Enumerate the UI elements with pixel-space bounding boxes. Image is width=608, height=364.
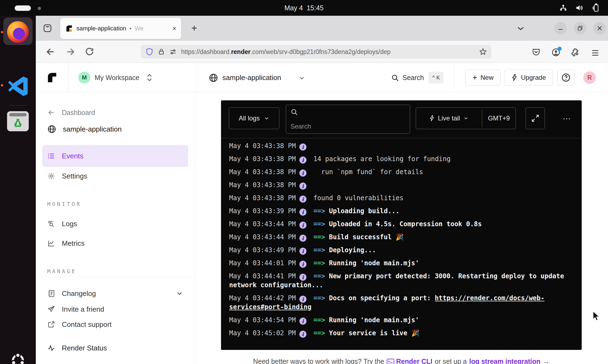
active-tab[interactable]: sample-application • We × (60, 18, 181, 39)
lightning-icon (511, 74, 518, 81)
url-bar[interactable]: https://dashboard.render.com/web/srv-d0b… (141, 45, 491, 59)
info-icon[interactable]: i (299, 261, 306, 268)
render-cli-link[interactable]: Render CLI (387, 357, 432, 364)
sidebar-service-name[interactable]: sample-application (36, 122, 195, 137)
help-button[interactable] (557, 70, 575, 85)
sidebar-item-invite-friend[interactable]: Invite a friend (36, 302, 195, 317)
log-row: May 4 03:44:42 PMi==>Docs on specifying … (229, 294, 575, 312)
info-icon[interactable]: i (299, 143, 306, 151)
search-shortcut-badge: ^ K (428, 72, 444, 84)
log-timestamp: May 4 03:43:38 PM (229, 194, 296, 202)
timezone-button[interactable]: GMT+9 (482, 108, 516, 129)
search-icon[interactable] (391, 74, 399, 82)
new-tab-button[interactable]: + (188, 22, 201, 35)
question-circle-icon (561, 73, 571, 82)
account-icon[interactable] (551, 48, 561, 57)
firefox-view-icon[interactable] (41, 22, 54, 34)
url-fade (442, 48, 475, 56)
workspace-switch-chevrons-icon[interactable] (145, 73, 153, 82)
log-stream-link[interactable]: log stream integration (469, 357, 540, 364)
live-tail-button[interactable]: Live tail (416, 108, 482, 129)
info-icon[interactable]: i (299, 183, 306, 190)
bookmark-star-icon[interactable] (479, 48, 487, 56)
render-logo[interactable] (36, 63, 68, 92)
sidebar-item-render-status[interactable]: Render Status (36, 340, 195, 356)
log-timestamp: May 4 03:44:42 PM (229, 294, 296, 302)
log-row: May 4 03:43:38 PMi14 packages are lookin… (229, 155, 575, 164)
log-timestamp: May 4 03:43:38 PM (229, 181, 296, 189)
sidebar-item-logs[interactable]: Logs (36, 216, 195, 231)
sidebar-item-settings[interactable]: Settings (36, 168, 195, 184)
info-icon[interactable]: i (299, 222, 306, 229)
workspace-avatar[interactable]: M (78, 72, 90, 84)
firefox-running-dot (1, 31, 3, 33)
plus-icon: + (472, 73, 477, 82)
sidebar-item-changelog[interactable]: Changelog (36, 286, 195, 301)
log-timestamp: May 4 03:43:49 PM (229, 246, 296, 254)
firefox-dock-icon[interactable] (5, 20, 30, 44)
log-overflow-menu[interactable]: ⋯ (555, 107, 579, 129)
arrow-right-icon: → (543, 357, 550, 364)
info-icon[interactable]: i (299, 318, 306, 325)
info-icon[interactable]: i (299, 296, 306, 303)
log-body[interactable]: May 4 03:43:38 PMi May 4 03:43:38 PMi14 … (221, 138, 582, 350)
info-icon[interactable]: i (299, 331, 306, 338)
info-icon[interactable]: i (299, 248, 306, 255)
log-message: found 0 vulnerabilities (313, 194, 404, 202)
url-prefix: https://dashboard. (181, 48, 231, 55)
url-text[interactable]: https://dashboard.render.com/web/srv-d0b… (181, 48, 475, 56)
restore-button[interactable] (574, 22, 586, 34)
forward-icon[interactable] (65, 47, 75, 57)
pocket-icon[interactable] (532, 48, 541, 57)
close-window-button[interactable] (593, 22, 606, 34)
trash-dock-icon[interactable] (7, 111, 29, 131)
recycle-icon (12, 118, 23, 128)
expand-logs-button[interactable] (526, 107, 545, 129)
extensions-puzzle-icon[interactable] (571, 48, 580, 57)
battery-charging-icon[interactable] (591, 3, 600, 12)
reload-icon[interactable] (85, 47, 94, 56)
log-search-input[interactable]: Search (286, 105, 410, 134)
network-icon[interactable] (559, 4, 567, 12)
workspace-name[interactable]: My Workspace (95, 63, 139, 92)
menu-hamburger-icon[interactable] (591, 48, 600, 58)
sidebar-item-metrics[interactable]: Metrics (36, 236, 195, 251)
upgrade-button[interactable]: Upgrade (504, 70, 553, 85)
user-avatar[interactable]: R (583, 71, 596, 84)
shield-icon[interactable] (145, 48, 153, 56)
system-clock[interactable]: May 4 15:45 (0, 0, 608, 16)
minimize-button[interactable] (554, 22, 567, 34)
info-icon[interactable]: i (299, 274, 306, 281)
url-domain: render (231, 48, 251, 55)
log-message: 14 packages are looking for funding (313, 155, 451, 163)
info-icon[interactable]: i (299, 235, 306, 242)
tab-list-chevron-icon[interactable] (515, 23, 526, 34)
log-timestamp: May 4 03:43:44 PM (229, 220, 296, 228)
chevron-down-icon (463, 116, 469, 121)
info-icon[interactable]: i (299, 196, 306, 203)
gear-icon (47, 172, 55, 180)
lock-icon[interactable] (158, 48, 165, 55)
volume-icon[interactable] (575, 4, 584, 12)
search-button[interactable]: Search (402, 63, 424, 92)
changelog-chevron-down-icon[interactable] (176, 290, 183, 297)
back-icon[interactable] (46, 47, 56, 57)
ubuntu-logo-icon[interactable] (9, 352, 27, 364)
sidebar-item-events[interactable]: Events (36, 148, 195, 164)
log-filter-dropdown[interactable]: All logs (229, 107, 279, 129)
permissions-sliders-icon[interactable] (169, 48, 177, 56)
service-chevron-down-icon[interactable] (298, 75, 305, 82)
new-button[interactable]: + New (465, 70, 501, 85)
info-icon[interactable]: i (299, 157, 306, 164)
vscode-running-dot (1, 84, 3, 87)
info-icon[interactable]: i (299, 209, 306, 216)
tab-close-icon[interactable]: × (172, 25, 176, 32)
browser-toolbar: https://dashboard.render.com/web/srv-d0b… (36, 41, 608, 63)
sidebar-item-contact-support[interactable]: Contact support (36, 317, 195, 332)
info-icon[interactable]: i (299, 170, 306, 177)
log-message: Docs on specifying a port: (329, 294, 435, 302)
service-selector[interactable]: sample-application (222, 63, 281, 92)
sidebar-back-dashboard[interactable]: Dashboard (36, 105, 195, 120)
status-pulse-icon (47, 344, 55, 352)
vscode-dock-icon[interactable] (7, 75, 29, 98)
